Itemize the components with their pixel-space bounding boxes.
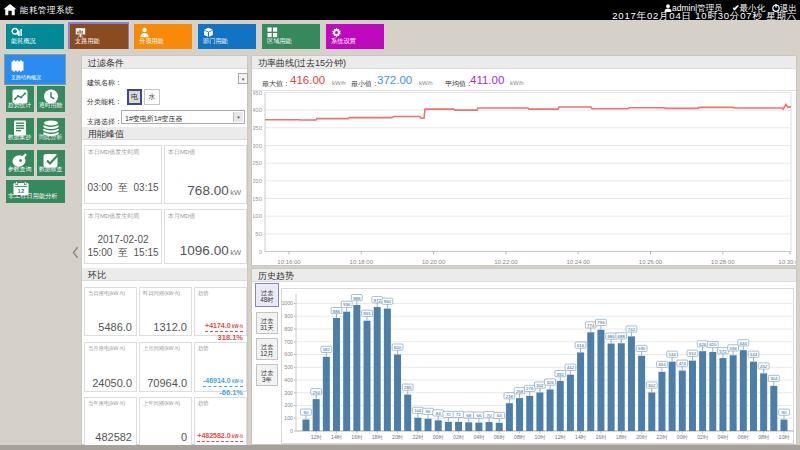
svg-text:22时: 22时 (656, 434, 668, 440)
svg-text:794: 794 (597, 320, 605, 325)
svg-text:10:28:00: 10:28:00 (711, 259, 735, 265)
svg-text:70: 70 (487, 413, 492, 418)
svg-text:20时: 20时 (392, 434, 404, 440)
svg-text:774: 774 (587, 323, 595, 328)
svg-text:02时: 02时 (453, 434, 465, 440)
svg-text:10时: 10时 (779, 434, 791, 440)
svg-text:10时: 10时 (534, 434, 546, 440)
svg-text:686: 686 (607, 334, 615, 339)
svg-text:972: 972 (374, 298, 382, 303)
svg-text:452: 452 (760, 364, 768, 369)
svg-text:258: 258 (516, 389, 524, 394)
svg-text:552: 552 (689, 351, 697, 356)
svg-text:18时: 18时 (616, 434, 628, 440)
svg-text:04时: 04时 (717, 434, 729, 440)
svg-text:10:20:00: 10:20:00 (422, 259, 446, 265)
svg-text:00时: 00时 (677, 434, 689, 440)
svg-text:544: 544 (750, 352, 758, 357)
svg-text:66: 66 (476, 413, 481, 418)
svg-text:14时: 14时 (331, 434, 343, 440)
svg-text:988: 988 (353, 296, 361, 301)
svg-text:06时: 06时 (494, 434, 506, 440)
svg-text:22时: 22时 (412, 434, 424, 440)
svg-text:300: 300 (284, 390, 293, 396)
svg-text:582: 582 (323, 347, 331, 352)
svg-text:0: 0 (290, 428, 293, 434)
svg-text:464: 464 (658, 362, 666, 367)
svg-text:594: 594 (729, 346, 737, 351)
svg-text:250: 250 (253, 160, 263, 166)
svg-text:20时: 20时 (636, 434, 648, 440)
svg-text:90: 90 (304, 410, 309, 415)
svg-text:392: 392 (557, 372, 565, 377)
svg-text:72: 72 (446, 412, 451, 417)
svg-text:590: 590 (638, 346, 646, 351)
svg-text:02时: 02时 (697, 434, 709, 440)
svg-text:572: 572 (719, 349, 727, 354)
svg-text:10:30:00: 10:30:00 (778, 259, 796, 265)
svg-text:68: 68 (466, 413, 471, 418)
svg-text:12时: 12时 (555, 434, 567, 440)
svg-text:742: 742 (628, 327, 636, 332)
svg-text:626: 626 (699, 342, 707, 347)
svg-text:634: 634 (740, 341, 748, 346)
svg-text:06时: 06时 (738, 434, 750, 440)
svg-text:218: 218 (506, 394, 514, 399)
svg-text:620: 620 (709, 342, 717, 347)
svg-text:302: 302 (536, 383, 544, 388)
svg-text:474: 474 (679, 361, 687, 366)
svg-text:100: 100 (253, 213, 263, 219)
svg-text:100: 100 (284, 415, 293, 421)
svg-text:300: 300 (253, 143, 263, 149)
svg-text:286: 286 (404, 385, 412, 390)
svg-text:688: 688 (618, 334, 626, 339)
svg-text:200: 200 (253, 178, 263, 184)
svg-text:400: 400 (284, 377, 293, 383)
svg-text:64: 64 (497, 413, 502, 418)
svg-text:00时: 00时 (433, 434, 445, 440)
svg-text:700: 700 (284, 339, 293, 345)
svg-text:96: 96 (426, 409, 431, 414)
svg-text:960: 960 (384, 299, 392, 304)
svg-text:500: 500 (284, 364, 293, 370)
svg-text:450: 450 (253, 90, 263, 96)
svg-text:400: 400 (253, 107, 263, 113)
svg-text:354: 354 (770, 376, 778, 381)
svg-text:14时: 14时 (575, 434, 587, 440)
svg-text:326: 326 (546, 380, 554, 385)
svg-text:50: 50 (255, 231, 262, 237)
svg-text:600: 600 (284, 351, 293, 357)
svg-text:72: 72 (456, 412, 461, 417)
svg-text:10:24:00: 10:24:00 (567, 259, 591, 265)
svg-text:900: 900 (284, 313, 293, 319)
svg-text:04时: 04时 (473, 434, 485, 440)
svg-text:104: 104 (414, 408, 422, 413)
svg-text:886: 886 (333, 309, 341, 314)
svg-text:0: 0 (259, 249, 263, 255)
svg-text:865: 865 (363, 311, 371, 316)
svg-text:200: 200 (284, 402, 293, 408)
svg-text:90: 90 (782, 410, 787, 415)
svg-text:150: 150 (253, 196, 263, 202)
svg-text:84: 84 (436, 411, 441, 416)
svg-text:1000: 1000 (281, 300, 293, 306)
svg-text:08时: 08时 (514, 434, 526, 440)
svg-text:936: 936 (343, 302, 351, 307)
svg-text:600: 600 (394, 345, 402, 350)
svg-text:10:16:00: 10:16:00 (277, 259, 301, 265)
svg-text:302: 302 (648, 383, 656, 388)
svg-text:544: 544 (668, 352, 676, 357)
svg-text:276: 276 (526, 386, 534, 391)
svg-text:250: 250 (313, 390, 321, 395)
svg-text:350: 350 (253, 125, 263, 131)
svg-text:18时: 18时 (372, 434, 384, 440)
svg-text:16时: 16时 (595, 434, 607, 440)
svg-text:12时: 12时 (311, 434, 323, 440)
svg-text:10:22:00: 10:22:00 (494, 259, 518, 265)
svg-text:08时: 08时 (758, 434, 770, 440)
svg-text:442: 442 (567, 365, 575, 370)
svg-text:10:26:00: 10:26:00 (639, 259, 663, 265)
svg-text:616: 616 (577, 343, 585, 348)
svg-text:800: 800 (284, 326, 293, 332)
svg-text:10:18:00: 10:18:00 (350, 259, 374, 265)
